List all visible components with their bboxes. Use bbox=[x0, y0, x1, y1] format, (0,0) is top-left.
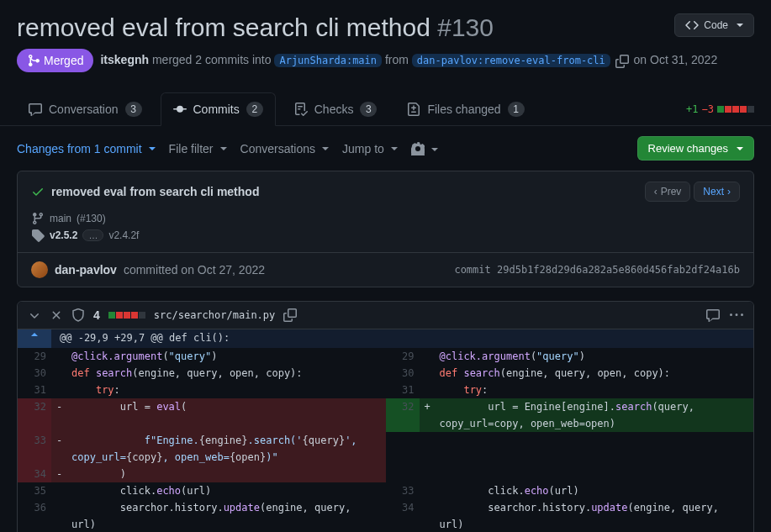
commit-sha: commit 29d5b1f28d29d6a282a5e860d456fab2d… bbox=[454, 264, 740, 276]
commit-icon bbox=[173, 103, 187, 116]
line-number[interactable]: 32 bbox=[386, 398, 420, 432]
tag-icon bbox=[31, 229, 45, 242]
code-line: click.echo(url) bbox=[66, 482, 386, 499]
line-number[interactable]: 34 bbox=[18, 466, 51, 482]
comment-icon[interactable] bbox=[706, 308, 720, 322]
file-path[interactable]: src/searchor/main.py bbox=[154, 309, 276, 321]
next-button[interactable]: Next › bbox=[694, 182, 740, 202]
tab-count: 3 bbox=[125, 102, 142, 117]
kebab-icon[interactable] bbox=[730, 308, 743, 322]
line-number[interactable]: 35 bbox=[18, 482, 51, 499]
code-line: @click.argument("query") bbox=[435, 348, 754, 365]
chevron-down-icon[interactable] bbox=[28, 308, 41, 322]
chevron-down-icon bbox=[733, 142, 743, 155]
commit-author[interactable]: dan-pavlov bbox=[55, 263, 117, 277]
code-line: f"Engine.{engine}.search('{query}', copy… bbox=[66, 432, 386, 466]
code-line: try: bbox=[435, 382, 754, 398]
code-line: url = Engine[engine].search(query, copy_… bbox=[435, 398, 754, 432]
file-filter[interactable]: File filter bbox=[169, 142, 227, 155]
line-number[interactable]: 36 bbox=[18, 499, 51, 532]
file-diff-squares bbox=[108, 312, 145, 319]
branch-name[interactable]: main bbox=[50, 213, 71, 224]
code-line: searchor.history.update(engine, query, u… bbox=[66, 499, 386, 532]
line-number[interactable]: 30 bbox=[386, 365, 420, 382]
line-number[interactable]: 33 bbox=[386, 482, 420, 499]
pr-number: #130 bbox=[437, 13, 494, 41]
code-line: @click.argument("query") bbox=[66, 348, 386, 365]
file-diff: 4 src/searchor/main.py @@ -29,9 +29,7 @@… bbox=[17, 301, 754, 532]
conversations-filter[interactable]: Conversations bbox=[240, 142, 330, 155]
tab-files[interactable]: Files changed 1 bbox=[395, 92, 536, 125]
comment-icon bbox=[29, 103, 42, 116]
additions-count: +1 bbox=[686, 103, 698, 115]
merge-description: itskegnh merged 2 commits into ArjunShar… bbox=[100, 53, 717, 67]
commit-title: removed eval from search cli method bbox=[51, 185, 259, 198]
tab-label: Conversation bbox=[49, 103, 119, 116]
line-number[interactable]: 33 bbox=[18, 432, 51, 466]
avatar[interactable] bbox=[31, 261, 48, 278]
deletions-count: −3 bbox=[702, 103, 714, 115]
file-changes-count: 4 bbox=[93, 308, 100, 322]
branch-icon bbox=[31, 212, 45, 225]
code-line: searchor.history.update(engine, query, u… bbox=[435, 499, 754, 532]
diff-stats: +1 −3 bbox=[686, 103, 754, 115]
code-icon bbox=[685, 18, 699, 32]
merge-icon bbox=[27, 54, 40, 67]
line-number[interactable]: 30 bbox=[18, 365, 51, 382]
head-branch[interactable]: dan-pavlov:remove-eval-from-cli bbox=[412, 54, 610, 67]
base-branch[interactable]: ArjunSharda:main bbox=[274, 54, 382, 67]
merge-state-badge: Merged bbox=[17, 49, 93, 72]
line-number[interactable] bbox=[386, 432, 420, 466]
tab-checks[interactable]: Checks 3 bbox=[283, 92, 389, 125]
settings-button[interactable] bbox=[411, 142, 438, 155]
tab-count: 1 bbox=[508, 102, 525, 117]
code-line: click.echo(url) bbox=[435, 482, 754, 499]
tag[interactable]: v2.4.2f bbox=[108, 229, 139, 241]
copy-icon[interactable] bbox=[615, 55, 629, 68]
copy-icon[interactable] bbox=[283, 308, 297, 322]
line-number[interactable]: 29 bbox=[386, 348, 420, 365]
merge-author[interactable]: itskegnh bbox=[100, 53, 149, 66]
code-button-label: Code bbox=[704, 19, 728, 31]
chevron-down-icon bbox=[733, 19, 743, 31]
pr-ref[interactable]: (#130) bbox=[77, 213, 106, 224]
line-number[interactable]: 31 bbox=[386, 382, 420, 398]
code-line bbox=[435, 466, 754, 482]
tag[interactable]: v2.5.2 bbox=[50, 229, 77, 241]
commit-date: committed on Oct 27, 2022 bbox=[124, 263, 265, 277]
diff-table: @@ -29,9 +29,7 @@ def cli():29@click.arg… bbox=[18, 329, 753, 532]
file-diff-icon bbox=[407, 103, 420, 116]
review-label: Review changes bbox=[648, 142, 728, 155]
diff-squares bbox=[717, 106, 754, 113]
tag-more[interactable]: … bbox=[82, 229, 103, 241]
shield-icon[interactable] bbox=[71, 308, 85, 322]
tab-commits[interactable]: Commits 2 bbox=[161, 92, 276, 126]
code-line: url = eval( bbox=[66, 398, 386, 432]
line-number[interactable]: 29 bbox=[18, 348, 51, 365]
check-icon bbox=[31, 185, 45, 198]
expand-icon[interactable] bbox=[50, 308, 63, 322]
tab-count: 3 bbox=[360, 102, 377, 117]
jump-to[interactable]: Jump to bbox=[342, 142, 398, 155]
code-line: try: bbox=[66, 382, 386, 398]
expand-up[interactable] bbox=[18, 329, 51, 348]
tab-label: Commits bbox=[193, 103, 240, 116]
code-line: def search(engine, query, open, copy): bbox=[435, 365, 754, 382]
gear-icon bbox=[411, 142, 425, 155]
changes-filter[interactable]: Changes from 1 commit bbox=[17, 142, 156, 155]
tab-label: Checks bbox=[314, 103, 354, 116]
code-line bbox=[435, 432, 754, 466]
tab-label: Files changed bbox=[427, 103, 500, 116]
line-number[interactable] bbox=[386, 466, 420, 482]
commit-box: removed eval from search cli method ‹ Pr… bbox=[17, 171, 754, 287]
line-number[interactable]: 32 bbox=[18, 398, 51, 432]
line-number[interactable]: 31 bbox=[18, 382, 51, 398]
tab-conversation[interactable]: Conversation 3 bbox=[17, 92, 154, 125]
code-line: def search(engine, query, open, copy): bbox=[66, 365, 386, 382]
code-line: ) bbox=[66, 466, 386, 482]
line-number[interactable]: 34 bbox=[386, 499, 420, 532]
checklist-icon bbox=[294, 103, 308, 116]
prev-button[interactable]: ‹ Prev bbox=[645, 182, 691, 202]
code-button[interactable]: Code bbox=[674, 13, 754, 37]
review-changes-button[interactable]: Review changes bbox=[637, 136, 754, 161]
